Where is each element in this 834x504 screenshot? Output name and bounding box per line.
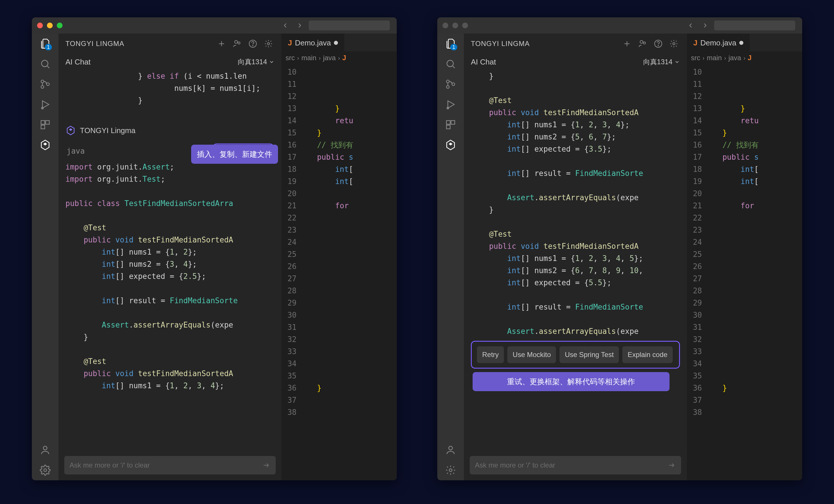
java-file-icon: J [288,39,292,47]
editor-tabs: J Demo.java [687,33,802,51]
editor-code: } retu } // 找到有 public s int[ int[ for } [704,64,802,480]
svg-marker-31 [448,101,454,108]
nav-forward-icon[interactable] [700,21,711,30]
maximize-window-button[interactable] [462,23,468,28]
gear-icon[interactable] [262,38,275,49]
minimize-window-button[interactable] [452,23,458,28]
explorer-badge: 1 [45,44,52,50]
suggestion-chip[interactable]: Use Mockito [507,346,556,363]
svg-rect-34 [451,121,455,124]
nav-forward-icon[interactable] [294,21,305,30]
svg-point-11 [44,469,47,472]
maximize-window-button[interactable] [57,23,63,28]
suggest-tooltip: 重试、更换框架、解释代码等相关操作 [473,372,670,391]
command-search-bar[interactable] [309,21,390,30]
new-chat-icon[interactable] [621,38,633,49]
run-debug-icon[interactable] [444,98,457,111]
send-icon[interactable] [262,461,270,469]
chat-subheader: AI Chat 向真1314 [464,54,687,70]
chat-content: } @Test public void testFindMedianSorted… [464,70,687,451]
chevron-right-icon: › [338,55,340,61]
suggestion-box: RetryUse MockitoUse Spring TestExplain c… [471,341,680,369]
nav-back-icon[interactable] [685,21,696,30]
chevron-down-icon [269,59,275,65]
breadcrumb-segment[interactable]: src [286,54,295,62]
ai-chat-panel: TONGYI LINGMA AI Chat 向真1314 } @Test pub… [464,33,687,480]
feedback-icon[interactable] [231,38,243,49]
svg-rect-9 [41,125,45,129]
suggestion-chip[interactable]: Use Spring Test [559,346,619,363]
editor-body[interactable]: 10 11 12 13 14 15 16 17 18 19 20 21 22 2… [282,64,397,480]
feedback-icon[interactable] [637,38,649,49]
chevron-right-icon: › [724,55,726,61]
run-debug-icon[interactable] [39,98,51,111]
chat-input-placeholder: Ask me more or '/' to clear [475,461,664,469]
chat-input[interactable]: Ask me more or '/' to clear [470,456,681,475]
breadcrumb-segment[interactable]: main [707,54,722,62]
breadcrumb[interactable]: src›main›java›J [687,51,802,64]
assistant-header: TONGYI Lingma [65,119,279,140]
editor-body[interactable]: 10 11 12 13 14 15 16 17 18 19 20 21 22 2… [687,64,802,480]
extensions-icon[interactable] [39,119,51,131]
line-gutter: 10 11 12 13 14 15 16 17 18 19 20 21 22 2… [687,64,704,480]
breadcrumb-segment[interactable]: main [302,54,316,62]
account-icon[interactable] [444,444,457,456]
explorer-badge: 1 [450,44,457,50]
breadcrumb-segment[interactable]: java [728,54,741,62]
editor-tab[interactable]: J Demo.java [687,33,750,51]
minimize-window-button[interactable] [47,23,53,28]
svg-line-27 [453,66,455,68]
explorer-icon[interactable]: 1 [444,38,457,50]
svg-point-29 [446,86,449,89]
line-gutter: 10 11 12 13 14 15 16 17 18 19 20 21 22 2… [282,64,299,480]
traffic-lights [37,23,63,28]
search-icon[interactable] [39,58,51,70]
help-icon[interactable] [247,38,259,49]
close-window-button[interactable] [37,23,43,28]
username-label: 向真1314 [238,57,267,67]
gear-icon[interactable] [668,38,680,49]
svg-rect-7 [41,121,45,124]
source-control-icon[interactable] [444,78,457,90]
close-window-button[interactable] [442,23,448,28]
help-icon[interactable] [652,38,664,49]
breadcrumb[interactable]: src›main›java›J [282,51,397,64]
chat-panel-header: TONGYI LINGMA [59,33,282,54]
user-dropdown[interactable]: 向真1314 [643,57,680,67]
generated-code: import org.junit.Assert; import org.juni… [65,161,279,392]
extensions-icon[interactable] [444,119,457,131]
nav-back-icon[interactable] [280,21,291,30]
titlebar [437,17,802,33]
code-lang-label: java [67,145,209,157]
chat-input-placeholder: Ask me more or '/' to clear [69,461,259,469]
svg-rect-8 [46,121,49,124]
breadcrumb-segment[interactable]: src [691,54,700,62]
editor-code: } retu } // 找到有 public s int[ int[ for } [299,64,397,480]
tongyi-lingma-icon[interactable] [39,139,51,151]
activity-bar: 1 [32,33,59,480]
suggestion-chip[interactable]: Explain code [622,346,673,363]
assistant-name: TONGYI Lingma [80,124,135,137]
tab-filename: Demo.java [295,39,331,47]
svg-point-28 [446,80,449,83]
chat-mode-label: AI Chat [65,58,238,67]
svg-point-14 [235,41,238,43]
editor-tab[interactable]: J Demo.java [282,33,344,51]
explorer-icon[interactable]: 1 [39,38,51,50]
assistant-logo-icon [65,125,76,136]
suggestion-chip[interactable]: Retry [477,346,504,363]
tongyi-lingma-icon[interactable] [444,139,457,151]
settings-gear-icon[interactable] [39,464,51,476]
source-control-icon[interactable] [39,78,51,90]
user-dropdown[interactable]: 向真1314 [238,57,275,67]
send-icon[interactable] [668,461,676,469]
search-icon[interactable] [444,58,457,70]
command-search-bar[interactable] [714,21,795,30]
ide-window-right: 1 [437,17,802,480]
settings-gear-icon[interactable] [444,464,457,476]
breadcrumb-segment[interactable]: java [323,54,336,62]
chat-input[interactable]: Ask me more or '/' to clear [64,456,276,475]
new-chat-icon[interactable] [216,38,227,49]
svg-rect-35 [446,125,450,129]
account-icon[interactable] [39,444,51,456]
